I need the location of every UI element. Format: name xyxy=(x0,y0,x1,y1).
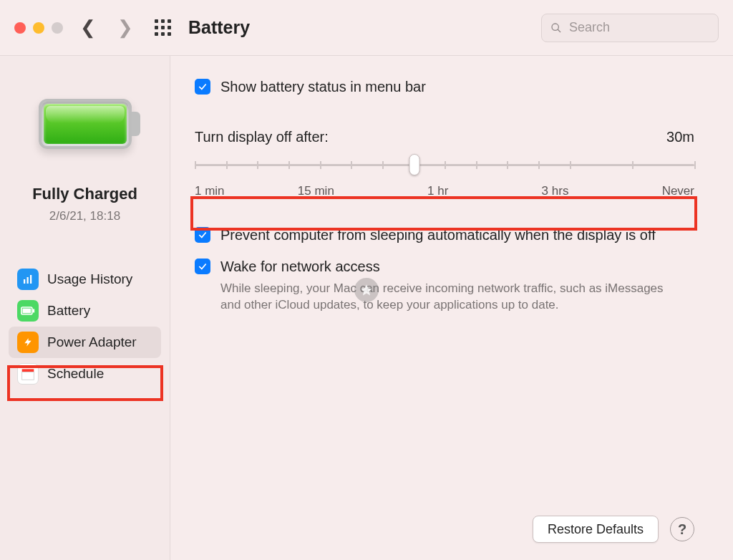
watermark-icon xyxy=(354,278,379,302)
battery-icon xyxy=(17,300,39,322)
close-window-icon[interactable] xyxy=(14,22,26,34)
checkbox-row-prevent-sleep[interactable]: Prevent computer from sleeping automatic… xyxy=(195,226,694,244)
svg-rect-9 xyxy=(22,372,34,380)
search-icon xyxy=(550,21,562,34)
main-pane: Show battery status in menu bar Turn dis… xyxy=(170,56,733,560)
checkbox-checked-icon[interactable] xyxy=(195,259,210,274)
slider-tick-label: 1 hr xyxy=(427,184,448,198)
svg-rect-8 xyxy=(22,369,34,372)
chart-bar-icon xyxy=(17,269,39,290)
checkbox-label: Show battery status in menu bar xyxy=(220,77,426,96)
zoom-window-icon xyxy=(52,22,63,34)
slider-tick-label: 3 hrs xyxy=(542,184,569,198)
forward-button: ❯ xyxy=(113,16,137,39)
bolt-icon xyxy=(17,332,39,353)
sidebar: Fully Charged 2/6/21, 18:18 Usage Histor… xyxy=(0,56,170,560)
page-title: Battery xyxy=(188,17,250,38)
svg-line-1 xyxy=(558,29,560,32)
svg-rect-7 xyxy=(33,309,35,313)
battery-status-title: Fully Charged xyxy=(32,185,137,203)
minimize-window-icon[interactable] xyxy=(33,22,44,34)
svg-rect-4 xyxy=(30,275,31,284)
checkbox-row-wake-network[interactable]: Wake for network access While sleeping, … xyxy=(195,257,694,313)
sidebar-item-label: Battery xyxy=(47,303,90,319)
slider-tick-labels: 1 min 15 min 1 hr 3 hrs Never xyxy=(195,184,694,198)
footer: Restore Defaults ? xyxy=(195,516,694,543)
slider-tick-label: Never xyxy=(662,184,694,198)
display-off-slider-block: Turn display off after: 30m xyxy=(195,129,694,198)
sidebar-item-label: Schedule xyxy=(47,366,104,382)
show-all-prefs-icon[interactable] xyxy=(155,19,171,36)
calendar-icon xyxy=(17,363,39,385)
checkbox-row-menubar[interactable]: Show battery status in menu bar xyxy=(195,77,694,96)
slider-tick-label: 1 min xyxy=(195,184,225,198)
help-button[interactable]: ? xyxy=(670,517,694,541)
slider-thumb[interactable] xyxy=(409,154,420,175)
svg-point-0 xyxy=(552,23,558,29)
sidebar-item-usage-history[interactable]: Usage History xyxy=(9,264,161,295)
checkbox-description: While sleeping, your Mac can receive inc… xyxy=(220,280,679,313)
checkbox-checked-icon[interactable] xyxy=(195,227,210,243)
slider-title: Turn display off after: xyxy=(195,129,329,145)
search-input[interactable] xyxy=(568,19,709,36)
toolbar: ❮ ❯ Battery xyxy=(0,0,733,56)
checkbox-label: Prevent computer from sleeping automatic… xyxy=(220,226,656,244)
battery-status-time: 2/6/21, 18:18 xyxy=(49,209,120,223)
sidebar-item-schedule[interactable]: Schedule xyxy=(9,358,161,390)
search-field[interactable] xyxy=(541,14,719,42)
back-button[interactable]: ❮ xyxy=(76,16,100,39)
sidebar-item-battery[interactable]: Battery xyxy=(9,295,161,327)
svg-rect-6 xyxy=(23,309,31,314)
sidebar-item-label: Power Adapter xyxy=(47,334,137,350)
slider-value: 30m xyxy=(666,129,694,145)
slider-tick-label: 15 min xyxy=(298,184,334,198)
battery-status-icon xyxy=(39,99,132,149)
sidebar-item-power-adapter[interactable]: Power Adapter xyxy=(9,327,161,358)
restore-defaults-button[interactable]: Restore Defaults xyxy=(533,516,659,543)
checkbox-label: Wake for network access xyxy=(220,257,679,276)
sidebar-nav: Usage History Battery Power Adapter Sche… xyxy=(0,264,170,390)
svg-rect-2 xyxy=(24,279,25,284)
window-controls xyxy=(14,22,63,34)
checkbox-checked-icon[interactable] xyxy=(195,79,210,95)
sidebar-item-label: Usage History xyxy=(47,271,132,287)
display-off-slider[interactable] xyxy=(195,158,694,171)
svg-rect-3 xyxy=(27,277,29,284)
